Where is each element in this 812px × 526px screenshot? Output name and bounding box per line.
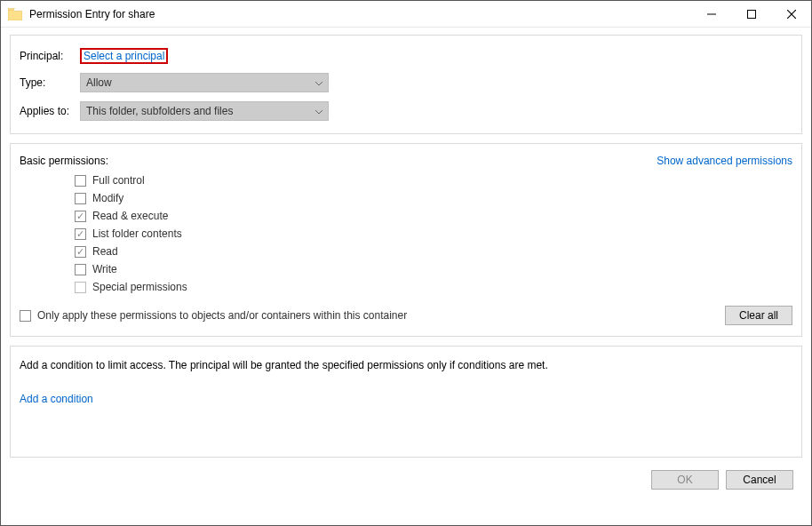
permission-write[interactable]: Write — [75, 263, 792, 275]
permission-read-execute[interactable]: Read & execute — [75, 210, 792, 222]
chevron-down-icon — [315, 76, 322, 89]
folder-icon — [8, 8, 22, 20]
permission-list-contents[interactable]: List folder contents — [75, 227, 792, 240]
condition-description: Add a condition to limit access. The pri… — [20, 359, 792, 371]
svg-rect-1 — [747, 10, 755, 18]
type-value: Allow — [86, 76, 112, 89]
checkbox-checked-icon — [75, 246, 86, 258]
checkbox-checked-icon — [75, 211, 86, 222]
cancel-button[interactable]: Cancel — [726, 470, 793, 490]
checkbox-icon — [75, 193, 86, 204]
chevron-down-icon — [315, 105, 322, 117]
permission-label: Read — [92, 245, 118, 258]
type-dropdown[interactable]: Allow — [80, 73, 329, 92]
window-title: Permission Entry for share — [29, 8, 691, 20]
select-principal-link[interactable]: Select a principal — [80, 48, 168, 64]
permissions-list: Full control Modify Read & execute List … — [75, 174, 792, 293]
add-condition-link[interactable]: Add a condition — [20, 393, 93, 405]
permission-modify[interactable]: Modify — [75, 192, 792, 204]
applies-to-label: Applies to: — [20, 105, 80, 117]
title-bar: Permission Entry for share — [1, 1, 811, 28]
checkbox-icon — [75, 175, 86, 187]
only-apply-label: Only apply these permissions to objects … — [37, 309, 407, 322]
permission-label: Read & execute — [92, 210, 168, 222]
condition-panel: Add a condition to limit access. The pri… — [10, 346, 802, 458]
permissions-panel: Basic permissions: Show advanced permiss… — [10, 143, 802, 337]
checkbox-icon — [20, 310, 31, 322]
permission-full-control[interactable]: Full control — [75, 174, 792, 187]
close-button[interactable] — [771, 1, 811, 28]
basic-permissions-label: Basic permissions: — [20, 155, 108, 167]
permission-label: Write — [92, 263, 117, 275]
clear-all-button[interactable]: Clear all — [725, 306, 792, 325]
type-label: Type: — [20, 76, 80, 89]
show-advanced-link[interactable]: Show advanced permissions — [657, 155, 792, 167]
permission-special[interactable]: Special permissions — [75, 281, 792, 293]
only-apply-checkbox[interactable]: Only apply these permissions to objects … — [20, 309, 407, 322]
principal-label: Principal: — [20, 50, 80, 62]
maximize-button[interactable] — [731, 1, 771, 28]
permission-label: Modify — [92, 192, 123, 204]
ok-button[interactable]: OK — [651, 470, 719, 490]
applies-to-dropdown[interactable]: This folder, subfolders and files — [80, 101, 329, 121]
checkbox-icon — [75, 282, 86, 293]
minimize-button[interactable] — [691, 1, 731, 28]
permission-label: Special permissions — [92, 281, 187, 293]
checkbox-icon — [75, 264, 86, 275]
permission-label: List folder contents — [92, 227, 182, 240]
checkbox-checked-icon — [75, 228, 86, 240]
permission-read[interactable]: Read — [75, 245, 792, 258]
applies-to-value: This folder, subfolders and files — [86, 105, 233, 117]
permission-label: Full control — [92, 174, 145, 187]
window-controls — [691, 1, 811, 28]
settings-panel: Principal: Select a principal Type: Allo… — [10, 35, 802, 134]
dialog-buttons: OK Cancel — [10, 466, 802, 490]
